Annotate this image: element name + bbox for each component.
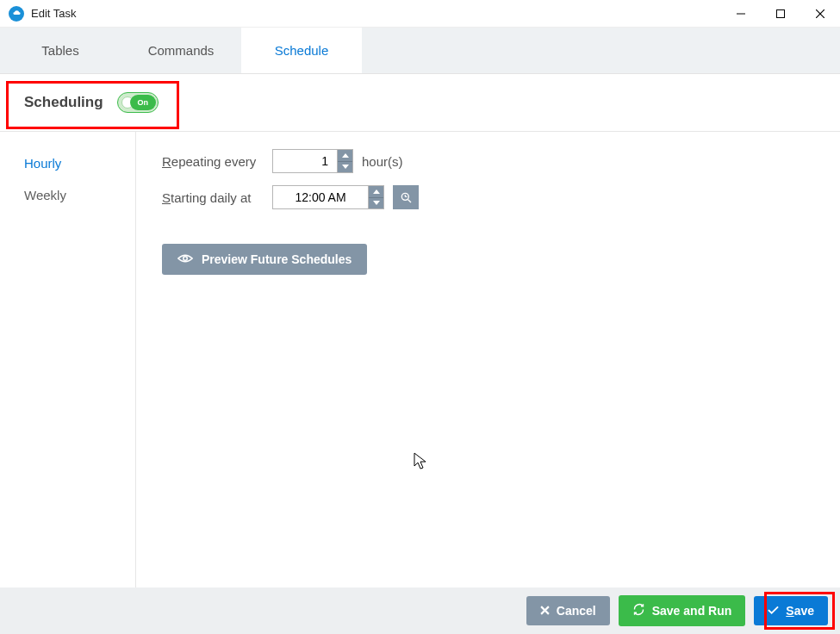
sidebar-item-label: Weekly (24, 188, 66, 202)
toggle-state-label: On (130, 95, 156, 110)
start-input[interactable] (273, 186, 368, 208)
svg-rect-1 (777, 9, 785, 17)
tab-label: Commands (148, 43, 215, 58)
repeat-label: Repeating every (162, 154, 264, 169)
svg-marker-7 (373, 201, 380, 205)
repeat-row: Repeating every hour(s) (162, 149, 814, 173)
footer: Cancel Save and Run Save (0, 587, 840, 634)
svg-marker-6 (373, 190, 380, 194)
schedule-sidebar: Hourly Weekly (0, 132, 136, 587)
close-icon (540, 604, 550, 618)
svg-marker-4 (342, 153, 349, 158)
tab-tables[interactable]: Tables (0, 28, 121, 73)
save-and-run-button[interactable]: Save and Run (619, 595, 746, 626)
main-panel: Repeating every hour(s) Starting daily a… (136, 132, 840, 587)
save-label: Save (786, 604, 814, 618)
start-spinner (368, 186, 383, 208)
close-button[interactable] (800, 0, 840, 28)
svg-point-12 (184, 257, 188, 261)
save-button[interactable]: Save (754, 596, 828, 625)
start-spin-up[interactable] (369, 186, 383, 197)
svg-line-9 (408, 200, 410, 202)
sidebar-item-weekly[interactable]: Weekly (0, 179, 135, 211)
cursor-icon (414, 452, 427, 475)
refresh-icon (632, 603, 645, 618)
sidebar-item-label: Hourly (24, 156, 61, 171)
tab-label: Schedule (275, 43, 329, 58)
start-label: Starting daily at (162, 190, 264, 205)
cancel-label: Cancel (557, 604, 596, 618)
repeat-stepper[interactable] (272, 149, 353, 173)
scheduling-label: Scheduling (24, 94, 103, 111)
save-and-run-label: Save and Run (652, 604, 732, 618)
maximize-button[interactable] (761, 0, 800, 28)
tab-schedule[interactable]: Schedule (241, 28, 362, 73)
repeat-spin-down[interactable] (338, 161, 352, 173)
start-row: Starting daily at (162, 185, 814, 209)
minimize-button[interactable] (721, 0, 761, 28)
repeat-unit: hour(s) (362, 154, 403, 169)
titlebar: Edit Task (0, 0, 840, 28)
repeat-spin-up[interactable] (338, 150, 352, 161)
window-title: Edit Task (31, 7, 77, 20)
svg-marker-5 (342, 165, 349, 169)
time-picker-button[interactable] (393, 185, 419, 209)
repeat-spinner (337, 150, 352, 172)
preview-schedules-button[interactable]: Preview Future Schedules (162, 244, 367, 275)
repeat-input[interactable] (273, 150, 337, 172)
tab-commands[interactable]: Commands (121, 28, 241, 73)
start-time-input[interactable] (272, 185, 384, 209)
content-area: Hourly Weekly Repeating every hour(s) St… (0, 132, 840, 587)
app-icon (9, 6, 24, 22)
scheduling-toggle[interactable]: On (117, 92, 159, 113)
tab-label: Tables (41, 43, 78, 58)
eye-icon (177, 252, 193, 266)
sidebar-item-hourly[interactable]: Hourly (0, 147, 135, 179)
check-icon (768, 604, 779, 618)
preview-button-label: Preview Future Schedules (202, 252, 352, 266)
scheduling-header: Scheduling On (0, 74, 840, 131)
tab-bar: Tables Commands Schedule (0, 28, 840, 74)
start-spin-down[interactable] (369, 197, 383, 209)
cancel-button[interactable]: Cancel (526, 596, 610, 625)
